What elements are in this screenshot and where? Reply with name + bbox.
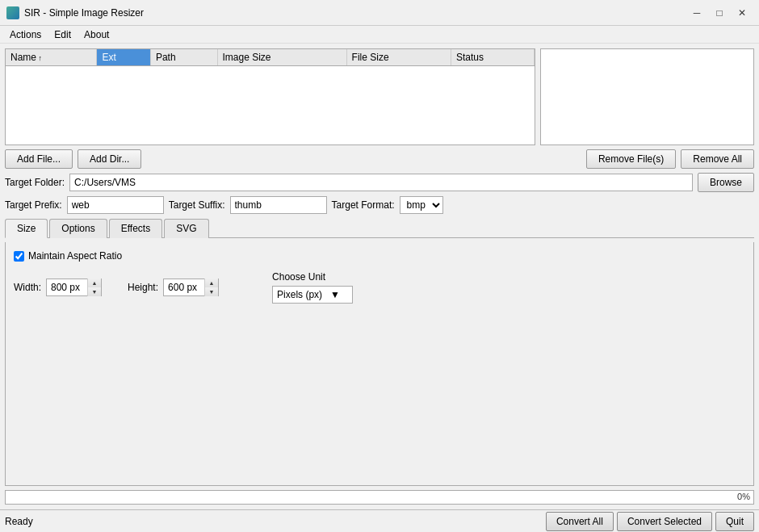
convert-all-button[interactable]: Convert All <box>546 512 614 531</box>
progress-area: 0% <box>5 490 754 505</box>
width-up-arrow[interactable]: ▲ <box>88 279 101 287</box>
tab-size[interactable]: Size <box>5 219 48 238</box>
target-folder-row: Target Folder: Browse <box>5 173 754 192</box>
close-button[interactable]: ✕ <box>732 2 753 23</box>
col-status[interactable]: Status <box>451 49 534 66</box>
unit-label: Choose Unit <box>272 271 353 283</box>
add-dir-button[interactable]: Add Dir... <box>78 149 141 169</box>
window-title: SIR - Simple Image Resizer <box>24 7 686 19</box>
col-imagesize[interactable]: Image Size <box>217 49 346 66</box>
top-area: Name Ext Path Image Size File Size Statu… <box>5 48 754 145</box>
unit-arrow: ▼ <box>330 289 340 300</box>
height-down-arrow[interactable]: ▼ <box>205 287 218 296</box>
target-folder-label: Target Folder: <box>5 177 65 188</box>
window-controls: ─ □ ✕ <box>686 2 753 23</box>
height-spinner: ▲ ▼ <box>163 279 219 296</box>
height-label: Height: <box>128 282 158 293</box>
prefix-suffix-row: Target Prefix: Target Suffix: Target For… <box>5 196 754 214</box>
dimensions-row: Width: ▲ ▼ Height: ▲ ▼ Choose Unit <box>14 271 745 304</box>
remove-all-button[interactable]: Remove All <box>681 149 754 169</box>
width-spinner: ▲ ▼ <box>46 279 102 296</box>
remove-files-button[interactable]: Remove File(s) <box>586 149 676 169</box>
app-icon <box>6 6 19 19</box>
height-input[interactable] <box>164 280 204 295</box>
preview-pane <box>540 48 754 145</box>
titlebar: SIR - Simple Image Resizer ─ □ ✕ <box>0 0 759 26</box>
width-down-arrow[interactable]: ▼ <box>88 287 101 296</box>
menu-about[interactable]: About <box>78 27 115 42</box>
target-folder-input[interactable] <box>69 174 693 191</box>
col-name[interactable]: Name <box>6 49 97 66</box>
tab-bar: Size Options Effects SVG <box>5 218 754 238</box>
add-file-button[interactable]: Add File... <box>5 149 73 169</box>
maintain-aspect-checkbox[interactable] <box>14 251 24 262</box>
col-ext[interactable]: Ext <box>97 49 151 66</box>
tab-svg[interactable]: SVG <box>164 219 208 238</box>
action-buttons: Convert All Convert Selected Quit <box>546 512 754 531</box>
status-bar: Ready Convert All Convert Selected Quit <box>0 509 759 532</box>
file-buttons-row: Add File... Add Dir... Remove File(s) Re… <box>5 149 754 169</box>
file-table-container: Name Ext Path Image Size File Size Statu… <box>5 48 535 145</box>
minimize-button[interactable]: ─ <box>686 2 707 23</box>
target-suffix-input[interactable] <box>230 196 327 214</box>
col-path[interactable]: Path <box>150 49 217 66</box>
menu-edit[interactable]: Edit <box>48 27 78 42</box>
tab-options[interactable]: Options <box>49 219 107 238</box>
target-format-select[interactable]: bmp jpg png gif tif <box>400 196 443 214</box>
target-suffix-label: Target Suffix: <box>169 199 225 211</box>
progress-label: 0% <box>737 492 750 501</box>
unit-select[interactable]: Pixels (px) ▼ <box>272 286 353 304</box>
height-arrows: ▲ ▼ <box>204 279 218 296</box>
convert-selected-button[interactable]: Convert Selected <box>617 512 712 531</box>
col-filesize[interactable]: File Size <box>346 49 451 66</box>
menu-actions[interactable]: Actions <box>3 27 48 42</box>
file-table: Name Ext Path Image Size File Size Statu… <box>6 49 535 66</box>
status-text: Ready <box>5 516 539 527</box>
tab-content-size: Maintain Aspect Ratio Width: ▲ ▼ Height:… <box>5 242 754 486</box>
browse-button[interactable]: Browse <box>698 173 754 192</box>
maintain-aspect-label: Maintain Aspect Ratio <box>28 250 122 262</box>
quit-button[interactable]: Quit <box>715 512 754 531</box>
maintain-aspect-row: Maintain Aspect Ratio <box>14 250 745 262</box>
unit-value: Pixels (px) <box>277 289 322 300</box>
maximize-button[interactable]: □ <box>709 2 730 23</box>
target-format-label: Target Format: <box>332 199 395 211</box>
main-content: Name Ext Path Image Size File Size Statu… <box>0 44 759 509</box>
target-prefix-label: Target Prefix: <box>5 199 62 211</box>
height-up-arrow[interactable]: ▲ <box>205 279 218 287</box>
width-input[interactable] <box>47 280 87 295</box>
menubar: Actions Edit About <box>0 26 759 44</box>
width-label: Width: <box>14 282 41 293</box>
progress-bar-container: 0% <box>5 490 754 505</box>
width-arrows: ▲ ▼ <box>87 279 101 296</box>
tab-effects[interactable]: Effects <box>109 219 162 238</box>
unit-group: Choose Unit Pixels (px) ▼ <box>272 271 353 304</box>
target-prefix-input[interactable] <box>67 196 164 214</box>
